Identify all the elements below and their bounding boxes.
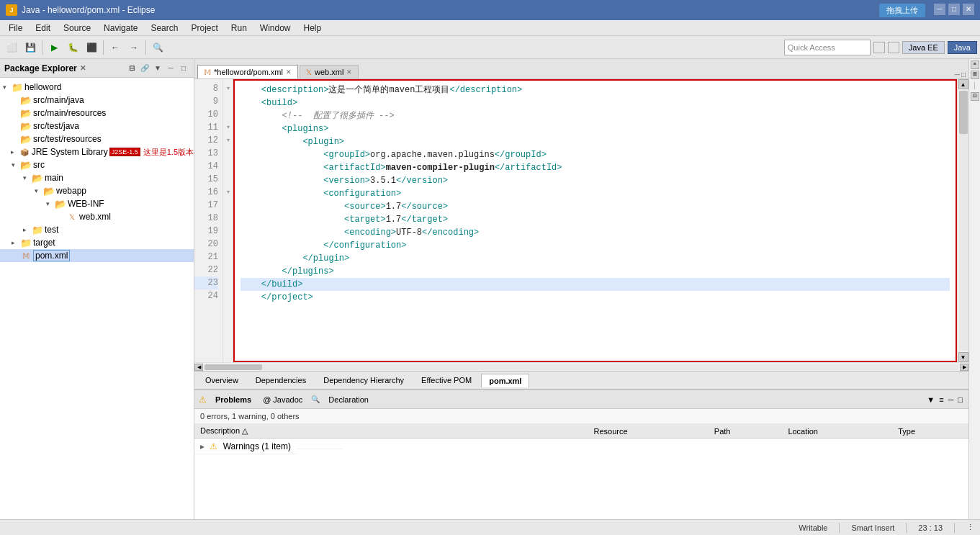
menu-file[interactable]: File — [3, 22, 28, 35]
ln-18: 18 — [194, 212, 218, 225]
scroll-right-btn[interactable]: ▶ — [960, 364, 968, 371]
tree-item-webxml[interactable]: 𝕏 web.xml — [0, 210, 194, 223]
problems-summary: 0 errors, 1 warning, 0 others — [194, 409, 968, 424]
scroll-thumb[interactable] — [959, 91, 968, 134]
right-panel-btn2[interactable]: ⊞ — [971, 71, 979, 79]
right-panel-btn1[interactable]: ≡ — [971, 60, 979, 69]
quick-access-input[interactable]: Quick Access — [784, 40, 871, 55]
col-type[interactable]: Type — [892, 424, 968, 439]
status-sep-2 — [906, 523, 907, 533]
tree-item-test[interactable]: ▸ 📁 test — [0, 223, 194, 236]
status-bar: Writable Smart Insert 23 : 13 ⋮ — [0, 519, 980, 535]
code-line-14: <artifactId>maven-compiler-plugin</artif… — [240, 161, 950, 174]
toolbar-layout-btn2[interactable] — [888, 42, 899, 53]
link-editor-btn[interactable]: 🔗 — [139, 63, 150, 74]
tree-item-src-main-res[interactable]: 📂 src/main/resources — [0, 107, 194, 120]
tab-javadoc[interactable]: @ Javadoc — [260, 394, 305, 405]
tree-item-webinf[interactable]: ▾ 📂 WEB-INF — [0, 197, 194, 210]
editor-minimize-btn[interactable]: ─ — [955, 71, 960, 78]
back-btn[interactable]: ← — [107, 39, 124, 56]
problems-menu-btn[interactable]: ≡ — [938, 394, 945, 405]
tab-pomxml-close[interactable]: ✕ — [286, 68, 292, 76]
new-btn[interactable]: ⬜ — [3, 39, 20, 56]
scroll-left-btn[interactable]: ◀ — [194, 364, 203, 371]
problems-filter-btn[interactable]: ▼ — [925, 394, 936, 405]
tab-webxml-close[interactable]: ✕ — [346, 68, 352, 76]
menu-search[interactable]: Search — [145, 22, 184, 35]
upload-btn[interactable]: 拖拽上传 — [879, 4, 925, 17]
table-row-warnings[interactable]: ▸ ⚠ Warnings (1 item) — [194, 439, 588, 455]
col-location[interactable]: Location — [782, 424, 892, 439]
col-resource[interactable]: Resource — [588, 424, 708, 439]
menu-navigate[interactable]: Navigate — [98, 22, 143, 35]
tab-dependencies[interactable]: Dependencies — [248, 373, 314, 387]
menu-help[interactable]: Help — [298, 22, 328, 35]
close-btn[interactable]: ✕ — [963, 4, 974, 15]
maven-tab-bar: Overview Dependencies Dependency Hierarc… — [194, 371, 968, 390]
problems-minimize-btn[interactable]: ─ — [947, 394, 956, 405]
tree-item-helloword[interactable]: ▾ 📁 helloword — [0, 81, 194, 94]
problems-warn-icon: ⚠ — [199, 395, 207, 405]
tab-overview[interactable]: Overview — [197, 373, 246, 387]
code-line-17: <source>1.7</source> — [240, 200, 950, 213]
menu-project[interactable]: Project — [185, 22, 223, 35]
ln-24: 24 — [194, 289, 218, 302]
tab-webxml[interactable]: 𝕏 web.xml ✕ — [300, 65, 359, 78]
view-menu-btn[interactable]: ▼ — [152, 63, 163, 74]
minimize-panel-btn[interactable]: ─ — [165, 63, 176, 74]
tab-problems[interactable]: Problems — [212, 394, 254, 405]
problems-maximize-btn[interactable]: □ — [956, 394, 964, 405]
col-description[interactable]: Description △ — [194, 424, 588, 439]
tree-item-jre[interactable]: ▸ 📦 JRE System Library J2SE-1.5 这里是1.5版本 — [0, 145, 194, 158]
editor-scrollbar[interactable]: ▲ ▼ — [957, 79, 968, 362]
perspective-javaee[interactable]: Java EE — [902, 41, 945, 54]
tab-dep-hierarchy[interactable]: Dependency Hierarchy — [315, 373, 412, 387]
search-btn[interactable]: 🔍 — [149, 39, 166, 56]
tab-effective-pom[interactable]: Effective POM — [413, 373, 480, 387]
package-explorer-close-icon[interactable]: ✕ — [80, 64, 86, 72]
fold-11[interactable]: ▾ — [223, 121, 233, 134]
minimize-btn[interactable]: ─ — [934, 4, 945, 15]
menu-window[interactable]: Window — [254, 22, 297, 35]
save-btn[interactable]: 💾 — [22, 39, 39, 56]
editor-maximize-btn[interactable]: □ — [961, 71, 966, 78]
code-editor[interactable]: <description>这是一个简单的maven工程项目</descripti… — [233, 79, 957, 362]
package-explorer-btns: ⊟ 🔗 ▼ ─ □ — [126, 63, 189, 74]
h-scroll-track — [204, 364, 958, 370]
forward-btn[interactable]: → — [125, 39, 143, 56]
menu-edit[interactable]: Edit — [30, 22, 56, 35]
tree-item-src-test-java[interactable]: 📂 src/test/java — [0, 120, 194, 132]
scroll-down-btn[interactable]: ▼ — [958, 352, 968, 362]
horizontal-scrollbar[interactable]: ◀ ▶ — [194, 362, 968, 371]
scroll-up-btn[interactable]: ▲ — [958, 79, 968, 89]
collapse-all-btn[interactable]: ⊟ — [126, 63, 138, 74]
perspective-java[interactable]: Java — [948, 41, 977, 54]
tree-item-main[interactable]: ▾ 📂 main — [0, 171, 194, 184]
tree-item-pomxml[interactable]: 𝕄 pom.xml — [0, 249, 194, 262]
menu-run[interactable]: Run — [225, 22, 253, 35]
tree-item-src-main-java[interactable]: 📂 src/main/java — [0, 94, 194, 107]
expand-warnings-btn[interactable]: ▸ — [200, 441, 204, 451]
fold-16[interactable]: ▾ — [223, 186, 233, 199]
col-path[interactable]: Path — [709, 424, 783, 439]
tree-item-src-test-res[interactable]: 📂 src/test/resources — [0, 132, 194, 145]
h-scroll-thumb[interactable] — [204, 364, 262, 370]
toolbar-layout-btn[interactable] — [873, 42, 885, 53]
right-panel-btn3[interactable]: ⊡ — [971, 92, 979, 101]
maximize-panel-btn[interactable]: □ — [178, 63, 189, 74]
tree-item-webapp[interactable]: ▾ 📂 webapp — [0, 184, 194, 197]
fold-9[interactable]: ▾ — [223, 82, 233, 95]
package-explorer: Package Explorer ✕ ⊟ 🔗 ▼ ─ □ ▾ 📁 hellowo… — [0, 59, 194, 519]
tree-item-target[interactable]: ▸ 📁 target — [0, 236, 194, 249]
tab-declaration[interactable]: Declaration — [325, 394, 372, 405]
fold-12[interactable]: ▾ — [223, 134, 233, 147]
stop-btn[interactable]: ⬛ — [83, 39, 100, 56]
maximize-btn[interactable]: □ — [948, 4, 960, 15]
menu-source[interactable]: Source — [58, 22, 96, 35]
tab-pomxml[interactable]: 𝕄 *helloword/pom.xml ✕ — [197, 65, 298, 78]
run-btn[interactable]: ▶ — [45, 39, 63, 56]
tab-pom-xml[interactable]: pom.xml — [481, 374, 529, 387]
tab-pomxml-label: *helloword/pom.xml — [214, 68, 283, 76]
debug-btn[interactable]: 🐛 — [64, 39, 81, 56]
tree-item-src[interactable]: ▾ 📂 src — [0, 158, 194, 171]
